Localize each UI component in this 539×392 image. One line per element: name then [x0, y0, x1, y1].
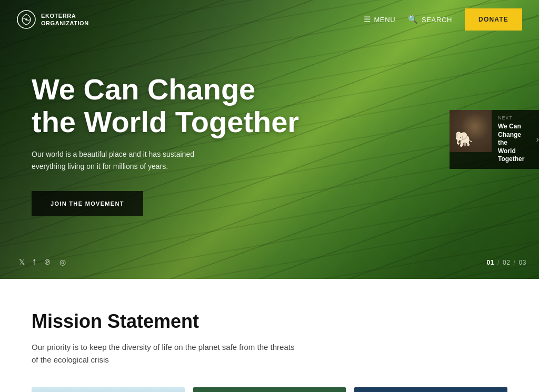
slide-sep-2: /: [514, 259, 516, 266]
mission-title: Mission Statement: [32, 310, 507, 333]
next-slide-text: NEXT We Can Change the World Together: [492, 110, 531, 169]
card-mountains[interactable]: [32, 387, 185, 392]
next-slide-thumbnail[interactable]: NEXT We Can Change the World Together ›: [450, 110, 539, 169]
instagram-icon[interactable]: ◎: [59, 258, 66, 266]
hero-title: We Can Change the World Together: [32, 73, 347, 138]
pinterest-icon[interactable]: ℗: [44, 258, 51, 266]
menu-button[interactable]: ☰ Menu: [364, 15, 396, 24]
mission-section: Mission Statement Our priority is to kee…: [0, 279, 539, 392]
slide-2[interactable]: 02: [503, 259, 511, 266]
menu-icon: ☰: [364, 15, 371, 24]
donate-button[interactable]: DONATE: [465, 8, 522, 31]
facebook-icon[interactable]: f: [33, 258, 35, 266]
next-label: NEXT: [498, 115, 524, 120]
logo[interactable]: EKOTERRA ORGANIZATION: [17, 10, 89, 29]
slide-counter: 01 / 02 / 03: [486, 259, 526, 266]
next-arrow-icon[interactable]: ›: [531, 110, 539, 169]
search-icon: 🔍: [408, 15, 418, 24]
slide-3[interactable]: 03: [518, 259, 526, 266]
nav-right: ☰ Menu 🔍 Search DONATE: [364, 8, 522, 31]
svg-point-1: [25, 18, 27, 21]
hero-subtitle: Our world is a beautiful place and it ha…: [32, 148, 211, 172]
cards-row: [32, 387, 507, 392]
slide-current: 01: [486, 259, 494, 266]
slide-sep-1: /: [497, 259, 500, 266]
search-button[interactable]: 🔍 Search: [408, 15, 452, 24]
next-slide-title: We Can Change the World Together: [498, 123, 524, 164]
header: EKOTERRA ORGANIZATION ☰ Menu 🔍 Search DO…: [0, 0, 539, 39]
cta-button[interactable]: JOIN THE MOVEMENT: [32, 191, 143, 216]
logo-icon: [17, 10, 36, 29]
twitter-icon[interactable]: 𝕏: [19, 258, 25, 266]
logo-text: EKOTERRA ORGANIZATION: [41, 12, 89, 27]
card-forest[interactable]: [193, 387, 346, 392]
social-icons: 𝕏 f ℗ ◎: [19, 258, 66, 266]
next-slide-image: [450, 110, 492, 152]
card-ocean[interactable]: [354, 387, 507, 392]
mission-text: Our priority is to keep the diversity of…: [32, 341, 295, 366]
hero-section: We Can Change the World Together Our wor…: [0, 0, 539, 279]
